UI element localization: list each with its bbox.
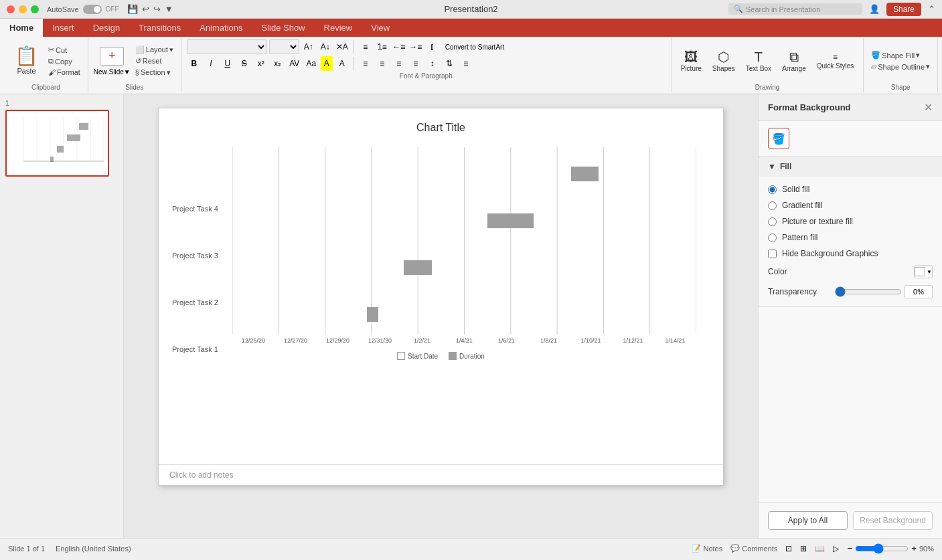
pattern-fill-option[interactable]: Pattern fill [768, 233, 933, 242]
close-panel-button[interactable]: ✕ [924, 101, 933, 114]
task4-label: Project Task 4 [172, 195, 218, 222]
tab-view[interactable]: View [362, 19, 399, 37]
save-btn[interactable]: 💾 [127, 4, 138, 14]
new-slide-icon: + [100, 47, 124, 66]
presenter-view-btn[interactable]: ▷ [833, 544, 839, 553]
slide-canvas[interactable]: Chart Title [158, 108, 724, 486]
solid-fill-radio[interactable] [768, 185, 777, 194]
strikethrough-btn[interactable]: S [237, 56, 252, 71]
decrease-font-btn[interactable]: A↓ [318, 39, 333, 54]
justify-btn[interactable]: ≡ [408, 56, 423, 71]
paste-button[interactable]: 📋 Paste [9, 44, 44, 78]
maximize-window-btn[interactable] [31, 5, 39, 13]
tab-design[interactable]: Design [84, 19, 129, 37]
cut-button[interactable]: ✂ Cut [46, 45, 82, 55]
hide-bg-graphics-option[interactable]: Hide Background Graphics [768, 249, 933, 258]
shape-outline-button[interactable]: ▱ Shape Outline ▾ [869, 62, 932, 72]
zoom-in-btn[interactable]: + [911, 543, 917, 553]
arrange-button[interactable]: ⧉ Arrange [778, 48, 810, 75]
picture-fill-option[interactable]: Picture or texture fill [768, 217, 933, 226]
quick-styles-button[interactable]: ≡ Quick Styles [813, 50, 858, 72]
font-size-select[interactable] [269, 39, 299, 54]
text-direction-btn[interactable]: ⇅ [442, 56, 457, 71]
tab-transitions[interactable]: Transitions [129, 19, 190, 37]
color-label: Color [768, 267, 787, 276]
apply-to-all-button[interactable]: Apply to All [768, 511, 848, 530]
slide-sorter-btn[interactable]: ⊞ [800, 544, 807, 553]
format-painter-button[interactable]: 🖌 Format [46, 68, 82, 77]
align-text-btn[interactable]: ≡ [459, 56, 473, 71]
fill-tab-button[interactable]: 🪣 [768, 128, 789, 149]
solid-fill-option[interactable]: Solid fill [768, 185, 933, 194]
tab-insert[interactable]: Insert [43, 19, 84, 37]
transparency-spinner [905, 285, 933, 298]
transparency-input[interactable] [905, 285, 933, 298]
line-spacing-btn[interactable]: ↕ [425, 56, 440, 71]
clear-format-btn[interactable]: ✕A [335, 39, 349, 54]
picture-fill-radio[interactable] [768, 217, 777, 226]
slide-secondary: ⬜ Layout ▾ ↺ Reset § Section ▾ [133, 45, 175, 78]
autosave-toggle[interactable] [83, 5, 102, 14]
minimize-window-btn[interactable] [19, 5, 27, 13]
align-right-btn[interactable]: ≡ [392, 56, 406, 71]
highlight-btn[interactable]: A [321, 56, 333, 71]
bullets-btn[interactable]: ≡ [358, 39, 373, 54]
zoom-slider[interactable] [855, 543, 909, 554]
slide-thumbnail[interactable] [5, 110, 109, 177]
transparency-slider[interactable] [835, 286, 902, 297]
normal-view-btn[interactable]: ⊡ [785, 544, 792, 553]
chart-legend: Start Date Duration [172, 352, 710, 360]
search-box[interactable]: 🔍 Search in Presentation [728, 3, 862, 15]
textbox-button[interactable]: T Text Box [742, 48, 775, 75]
reset-button[interactable]: ↺ Reset [133, 56, 175, 66]
font-family-select[interactable] [187, 39, 267, 54]
gradient-fill-option[interactable]: Gradient fill [768, 201, 933, 210]
change-case-btn[interactable]: Aa [304, 56, 319, 71]
superscript-btn[interactable]: x² [254, 56, 268, 71]
font-color-btn[interactable]: A [335, 56, 349, 71]
numbering-btn[interactable]: 1≡ [375, 39, 390, 54]
zoom-out-btn[interactable]: − [847, 543, 852, 553]
chevron-up-icon[interactable]: ⌃ [928, 4, 935, 14]
decrease-indent-btn[interactable]: ←≡ [392, 39, 406, 54]
hide-bg-checkbox[interactable] [768, 250, 777, 258]
tab-home[interactable]: Home [0, 19, 43, 37]
char-spacing-btn[interactable]: AV [287, 56, 302, 71]
pattern-fill-radio[interactable] [768, 234, 777, 242]
reading-view-btn[interactable]: 📖 [815, 544, 825, 553]
align-left-btn[interactable]: ≡ [358, 56, 373, 71]
gradient-fill-radio[interactable] [768, 201, 777, 210]
shape-fill-button[interactable]: 🪣 Shape Fill ▾ [869, 50, 932, 60]
notes-button[interactable]: 📝 Notes [692, 544, 722, 553]
color-picker-button[interactable]: ▼ [914, 265, 933, 278]
comments-button[interactable]: 💬 Comments [730, 544, 777, 553]
tab-slideshow[interactable]: Slide Show [252, 19, 315, 37]
copy-button[interactable]: ⧉ Copy [46, 56, 82, 66]
increase-indent-btn[interactable]: →≡ [408, 39, 423, 54]
bold-btn[interactable]: B [187, 56, 202, 71]
reset-background-button[interactable]: Reset Background [853, 511, 933, 530]
shapes-button[interactable]: ⬡ Shapes [708, 48, 739, 75]
share-button[interactable]: Share [886, 3, 921, 16]
convert-smartart-btn[interactable]: Convert to SmartArt [442, 39, 507, 54]
x-axis: 12/25/20 12/27/20 12/29/20 12/31/20 1/2/… [232, 337, 696, 344]
columns-btn[interactable]: ⫿ [425, 39, 440, 54]
increase-font-btn[interactable]: A↑ [301, 39, 316, 54]
picture-button[interactable]: 🖼 Picture [677, 48, 706, 75]
fill-section-header[interactable]: ▼ Fill [759, 157, 942, 177]
section-button[interactable]: § Section ▾ [133, 68, 175, 78]
x-label-7: 1/8/21 [528, 337, 570, 344]
tab-review[interactable]: Review [315, 19, 362, 37]
user-icon[interactable]: 👤 [869, 4, 880, 14]
tab-animations[interactable]: Animations [190, 19, 252, 37]
add-notes-bar[interactable]: Click to add notes [159, 464, 723, 485]
customize-btn[interactable]: ▼ [165, 4, 173, 14]
italic-btn[interactable]: I [204, 56, 218, 71]
redo-btn[interactable]: ↪ [153, 4, 161, 14]
undo-btn[interactable]: ↩ [142, 4, 149, 14]
align-center-btn[interactable]: ≡ [375, 56, 390, 71]
subscript-btn[interactable]: x₂ [270, 56, 285, 71]
close-window-btn[interactable] [7, 5, 15, 13]
layout-button[interactable]: ⬜ Layout ▾ [133, 45, 175, 55]
underline-btn[interactable]: U [220, 56, 235, 71]
